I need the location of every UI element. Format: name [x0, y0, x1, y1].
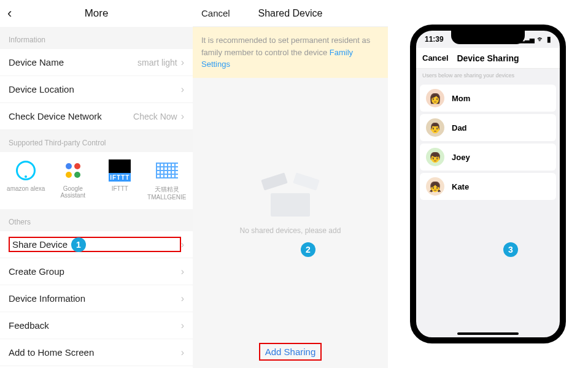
row-add-to-home-screen[interactable]: Add to Home Screen › [0, 339, 193, 366]
alexa-icon [15, 159, 37, 182]
shared-device-screen: Cancel Shared Device It is recommended t… [193, 0, 388, 368]
cancel-button[interactable]: Cancel [422, 53, 449, 63]
page-title: More [0, 7, 193, 20]
row-label: Device Location [9, 84, 181, 94]
step-badge-2: 2 [301, 242, 315, 257]
more-screen: ‹ More Information Device Name smart lig… [0, 0, 193, 368]
google-assistant-icon [62, 159, 84, 182]
header: Cancel Shared Device [193, 0, 388, 27]
chevron-right-icon: › [181, 266, 184, 277]
footer: Add Sharing [193, 337, 388, 368]
member-name: Mom [452, 94, 470, 103]
chevron-right-icon: › [181, 84, 184, 95]
chevron-right-icon: › [181, 320, 184, 331]
row-value: smart light [137, 58, 177, 67]
integration-caption: 天猫精灵 TMALLGENIE [145, 185, 188, 201]
section-label-others: Others [0, 209, 193, 231]
member-row[interactable]: 👨 Dad [420, 114, 556, 141]
add-sharing-button[interactable]: Add Sharing [259, 343, 322, 361]
chevron-right-icon: › [181, 111, 184, 122]
empty-state: No shared devices, please add [193, 78, 388, 337]
chevron-right-icon: › [181, 239, 184, 250]
header: Cancel Device Sharing [416, 48, 560, 69]
home-indicator [457, 332, 519, 335]
row-device-name[interactable]: Device Name smart light › [0, 49, 193, 76]
row-label: Share Device [9, 237, 181, 252]
row-check-network[interactable]: Check Device Network Check Now › [0, 103, 193, 130]
integration-caption: Google Assistant [52, 185, 95, 199]
avatar: 👩 [426, 89, 444, 107]
ifttt-icon: IFTTT [109, 159, 131, 182]
wifi-icon: ᯤ [537, 35, 544, 44]
battery-icon: ▮ [547, 35, 551, 44]
member-name: Kate [452, 182, 469, 191]
subtitle: Users below are sharing your devices [416, 69, 560, 82]
empty-box-icon [266, 180, 315, 217]
avatar: 👨 [426, 118, 444, 137]
cancel-button[interactable]: Cancel [201, 8, 230, 18]
header: ‹ More [0, 0, 193, 27]
integration-caption: amazon alexa [7, 185, 45, 192]
row-device-information[interactable]: Device Information › [0, 285, 193, 312]
row-device-location[interactable]: Device Location › [0, 76, 193, 103]
member-row[interactable]: 👦 Joey [420, 144, 556, 171]
member-row[interactable]: 👧 Kate [420, 173, 556, 200]
member-row[interactable]: 👩 Mom [420, 85, 556, 112]
device-sharing-phone-mock: 11:39 ▂▃▅ ᯤ ▮ Cancel Device Sharing User… [388, 0, 588, 368]
step-badge-1: 1 [71, 237, 86, 252]
status-time: 11:39 [425, 35, 444, 44]
chevron-right-icon: › [181, 293, 184, 304]
row-label: Device Name [9, 57, 137, 67]
empty-text: No shared devices, please add [240, 226, 341, 235]
integration-tmall-genie[interactable]: 天猫精灵 TMALLGENIE [145, 159, 188, 201]
member-name: Joey [452, 153, 470, 162]
member-name: Dad [452, 123, 467, 132]
row-value: Check Now [133, 112, 177, 121]
integration-alexa[interactable]: amazon alexa [4, 159, 47, 201]
integration-ifttt[interactable]: IFTTT IFTTT [98, 159, 141, 201]
row-label: Create Group [9, 266, 181, 277]
row-label: Device Information [9, 293, 181, 304]
section-label-supported: Supported Third-party Control [0, 130, 193, 152]
integration-google-assistant[interactable]: Google Assistant [52, 159, 95, 201]
phone-frame: 11:39 ▂▃▅ ᯤ ▮ Cancel Device Sharing User… [410, 25, 566, 343]
step-badge-3: 3 [503, 242, 518, 257]
tmall-genie-icon [156, 159, 178, 182]
row-label: Feedback [9, 320, 181, 331]
chevron-right-icon: › [181, 347, 184, 358]
phone-notch [451, 31, 525, 44]
row-share-device[interactable]: Share Device › [0, 231, 193, 258]
row-create-group[interactable]: Create Group › [0, 258, 193, 285]
avatar: 👧 [426, 177, 444, 196]
chevron-right-icon: › [181, 57, 184, 68]
avatar: 👦 [426, 148, 444, 166]
family-settings-banner: It is recommended to set permanent resid… [193, 27, 388, 78]
integration-caption: IFTTT [112, 185, 128, 192]
section-label-information: Information [0, 27, 193, 49]
row-label: Check Device Network [9, 111, 133, 121]
integrations: amazon alexa Google Assistant IFTTT IFTT… [0, 152, 193, 209]
row-label: Add to Home Screen [9, 347, 181, 358]
row-feedback[interactable]: Feedback › [0, 312, 193, 339]
